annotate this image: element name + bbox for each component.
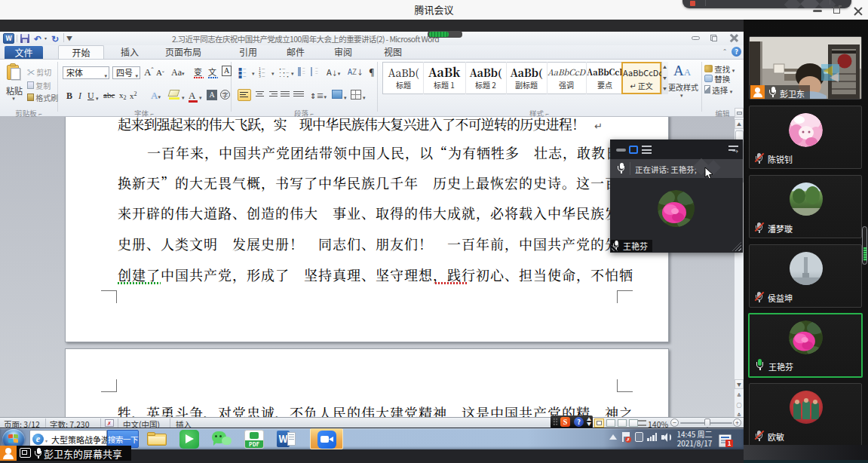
app-meeting[interactable] [310,428,343,449]
tray: ✗ 14:45 周二2021/8/17 1 [603,428,744,450]
participants: 彭卫东 陈锐钊 [744,20,868,449]
tile-houyikun: 侯益坤 [749,244,862,308]
share-indicator [428,31,462,38]
tile-oumin: 欧敏 [749,383,862,446]
tile-wangyanfen: 王艳芬 [748,313,863,378]
muted-mic [754,430,765,441]
tile-panmengxuan: 潘梦璇 [749,175,862,238]
share-label: 彭卫东的屏幕共享 [0,446,131,461]
word-min[interactable] [692,36,700,40]
meeting-min[interactable] [813,10,822,12]
top-strip [0,20,744,32]
muted-mic [754,152,765,164]
float-toolbar [682,0,851,8]
muted-mic [754,291,765,302]
word-titlebar: W ↶ ▾ ↻ ▼ 2.习近平同志在庆祝中国共产党成立100周年大会上的重要讲话… [0,32,744,45]
view-icons [594,419,647,428]
status-bar: 页面: 3/12 字数: 7,230 ✗ 中文(中国) 插入 140% − + [0,417,744,428]
overlay-titlebar: → [610,140,743,159]
tab-file[interactable]: 文件 [5,46,43,59]
speaker-overlay: → 正在讲话: 王艳芬; 王艳芬 [610,140,743,253]
meeting-close[interactable] [854,7,862,15]
flower-avatar [658,190,695,227]
live-mic [756,359,765,370]
ribbon-tabs: 文件 开始 插入 页面布局 引用 邮件 审阅 视图 ⌃ ? [0,45,744,59]
overlay-video: 王艳芬 [610,178,743,253]
app-player[interactable] [179,430,199,449]
meeting-restore[interactable] [833,7,840,14]
sogou-bar: S ? ▲▼ [551,415,593,428]
overlay-speaking: 正在讲话: 王艳芬; [610,159,743,178]
app-wechat[interactable] [212,430,232,449]
tab-home[interactable]: 开始 [58,45,104,59]
sidebar-scrollbar [862,226,867,265]
app-word[interactable]: W [277,430,296,449]
muted-mic [754,222,765,233]
tile-pengweidong: 彭卫东 [749,36,862,100]
ribbon: 粘贴 ▾ ✂ 剪切 复制 格式刷 宋体 ▾ 四号 ▾ Aˆ Aˇ Aa▾ 变 文… [0,59,744,117]
app-folder[interactable] [146,431,168,448]
word-restore[interactable] [710,35,716,41]
tile-chenruizhao: 陈锐钊 [749,106,862,169]
tencent-meeting-screenshare: 腾讯会议 W ↶ [0,0,868,463]
app-pdf[interactable]: PDF [244,430,264,449]
meeting-titlebar: 腾讯会议 [0,0,868,20]
clock: 14:45 周二2021/8/17 [676,430,713,448]
word-close[interactable] [730,35,738,41]
